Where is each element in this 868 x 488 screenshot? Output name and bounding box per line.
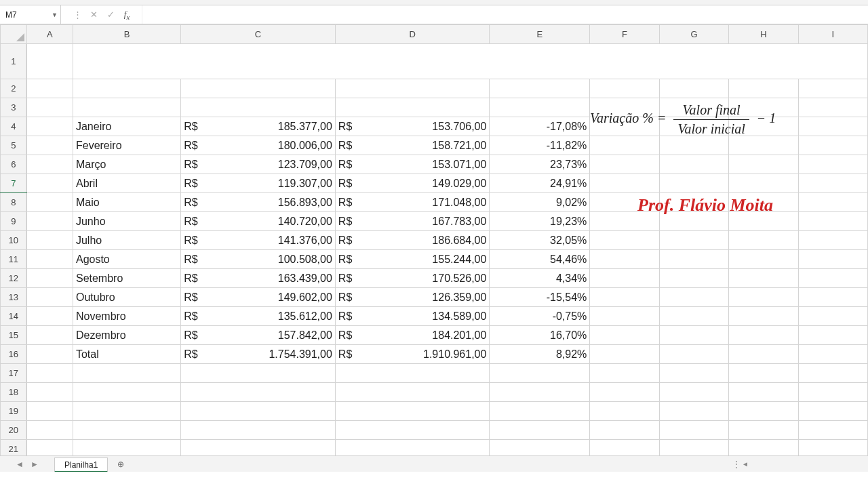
cell[interactable] [26,193,73,212]
col-header[interactable]: F [590,25,659,44]
value-2021[interactable]: R$119.307,00 [181,174,336,193]
value-pct[interactable]: -15,54% [490,288,590,307]
cell[interactable] [659,174,728,193]
cell[interactable] [798,383,867,402]
cell[interactable] [590,250,659,269]
cell[interactable] [26,402,73,421]
cell[interactable] [590,269,659,288]
formula-bar-input[interactable] [142,5,868,24]
cell[interactable] [659,307,728,326]
cell[interactable] [73,79,180,98]
month-cell[interactable]: Agosto [73,250,180,269]
cell[interactable] [181,402,336,421]
formula-bar-expand-icon[interactable]: ⋮ [73,9,81,20]
cell[interactable] [335,79,490,98]
cell[interactable] [490,421,590,440]
cell[interactable] [181,364,336,383]
row-header[interactable]: 4 [1,117,27,136]
value-2021[interactable]: R$185.377,00 [181,117,336,136]
cell[interactable] [729,174,798,193]
cell[interactable] [659,250,728,269]
cell[interactable] [26,326,73,345]
value-2022[interactable]: R$134.589,00 [335,307,490,326]
row-header[interactable]: 13 [1,288,27,307]
row-header[interactable]: 12 [1,269,27,288]
fx-icon[interactable]: fx [124,9,130,21]
value-pct[interactable]: -0,75% [490,307,590,326]
cell[interactable] [590,288,659,307]
cell[interactable] [590,345,659,364]
cancel-icon[interactable]: ✕ [90,9,98,20]
cell[interactable] [73,383,180,402]
month-cell[interactable]: Dezembro [73,326,180,345]
header-2022[interactable]: Ano 2022 [335,98,490,117]
value-2021[interactable]: R$123.709,00 [181,155,336,174]
cell[interactable] [26,155,73,174]
value-2021[interactable]: R$163.439,00 [181,269,336,288]
cell[interactable] [590,421,659,440]
col-header[interactable]: B [73,25,180,44]
cell[interactable] [729,136,798,155]
cell[interactable] [729,79,798,98]
row-header[interactable]: 20 [1,421,27,440]
cell[interactable] [26,269,73,288]
month-cell[interactable]: Julho [73,231,180,250]
enter-icon[interactable]: ✓ [107,9,115,20]
cell[interactable] [798,288,867,307]
cell[interactable] [590,364,659,383]
cell[interactable] [798,98,867,117]
value-2022[interactable]: R$153.071,00 [335,155,490,174]
value-2021[interactable]: R$141.376,00 [181,231,336,250]
cell[interactable] [729,155,798,174]
col-header[interactable]: A [26,25,73,44]
cell[interactable] [26,307,73,326]
cell[interactable] [26,117,73,136]
cell[interactable] [26,79,73,98]
cell[interactable] [590,383,659,402]
cell[interactable] [659,421,728,440]
cell[interactable] [590,231,659,250]
row-header[interactable]: 9 [1,212,27,231]
add-sheet-button[interactable]: ⊕ [112,458,130,471]
cell[interactable] [590,326,659,345]
sheet-tab-active[interactable]: Planilha1 [54,458,108,472]
row-header[interactable]: 5 [1,136,27,155]
cell[interactable] [798,345,867,364]
row-header[interactable]: 19 [1,402,27,421]
value-2021[interactable]: R$156.893,00 [181,193,336,212]
value-2021[interactable]: R$157.842,00 [181,326,336,345]
name-box-dropdown-icon[interactable]: ▼ [52,12,58,18]
month-cell[interactable]: Janeiro [73,117,180,136]
cell[interactable] [335,402,490,421]
value-pct[interactable]: 16,70% [490,326,590,345]
cell[interactable] [659,345,728,364]
header-2021[interactable]: Ano 2021 [181,98,336,117]
row-header[interactable]: 3 [1,98,27,117]
cell[interactable] [729,383,798,402]
total-pct[interactable]: 8,92% [490,345,590,364]
cell[interactable] [590,155,659,174]
tab-next-icon[interactable]: ► [31,460,39,469]
row-header[interactable]: 16 [1,345,27,364]
cell[interactable] [798,326,867,345]
cell[interactable] [590,174,659,193]
value-pct[interactable]: 32,05% [490,231,590,250]
row-header[interactable]: 6 [1,155,27,174]
sheet-table[interactable]: A B C D E F G H I 1COMO CALCULAR A VARIA… [0,24,868,472]
cell[interactable] [590,79,659,98]
cell[interactable] [798,117,867,136]
cell[interactable] [659,155,728,174]
cell[interactable] [798,421,867,440]
row-header[interactable]: 18 [1,383,27,402]
month-cell[interactable]: Setembro [73,269,180,288]
row-header[interactable]: 8 [1,193,27,212]
cell[interactable] [729,364,798,383]
cell[interactable] [659,402,728,421]
cell[interactable] [798,155,867,174]
cell[interactable] [729,250,798,269]
row-header[interactable]: 2 [1,79,27,98]
cell[interactable] [26,44,73,79]
row-header[interactable]: 1 [1,44,27,79]
value-pct[interactable]: 24,91% [490,174,590,193]
value-2021[interactable]: R$180.006,00 [181,136,336,155]
